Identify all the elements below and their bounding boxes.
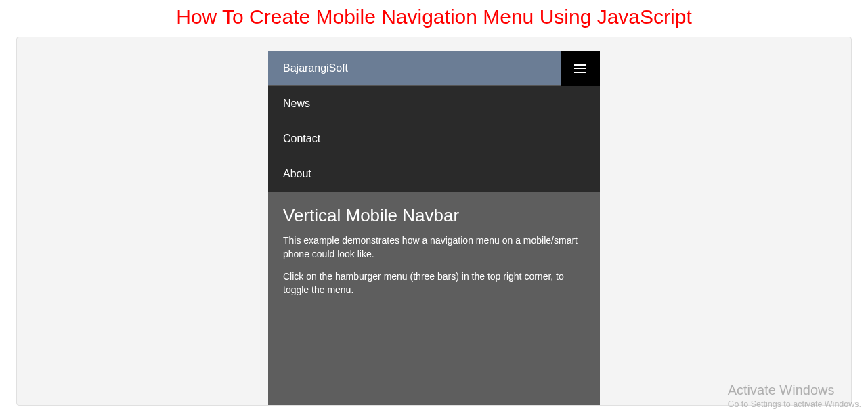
page-title: How To Create Mobile Navigation Menu Usi…: [0, 0, 868, 37]
content-area: Vertical Mobile Navbar This example demo…: [268, 192, 600, 405]
hamburger-button[interactable]: [561, 51, 600, 86]
content-heading: Vertical Mobile Navbar: [283, 205, 585, 226]
nav-links: News Contact About: [268, 86, 600, 192]
nav-link-about[interactable]: About: [268, 156, 600, 192]
nav-link-news[interactable]: News: [268, 86, 600, 121]
brand-link[interactable]: BajarangiSoft: [268, 51, 561, 86]
navbar-top: BajarangiSoft: [268, 51, 600, 86]
nav-link-contact[interactable]: Contact: [268, 121, 600, 156]
hamburger-icon: [574, 64, 586, 73]
phone-frame: BajarangiSoft News Contact About Vertica…: [268, 51, 600, 405]
content-paragraph-1: This example demonstrates how a navigati…: [283, 234, 585, 261]
content-paragraph-2: Click on the hamburger menu (three bars)…: [283, 270, 585, 297]
content-container: BajarangiSoft News Contact About Vertica…: [16, 37, 852, 406]
